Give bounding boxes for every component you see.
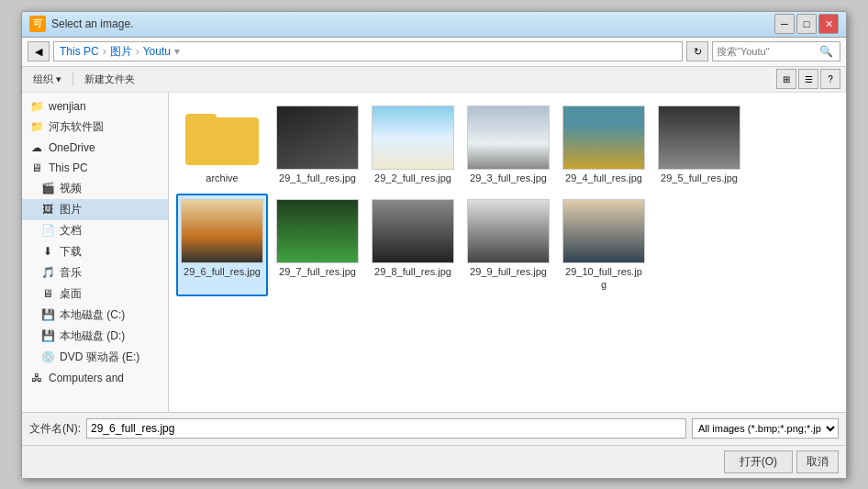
network-icon: 🖧 xyxy=(29,371,44,385)
sidebar-item-label: 音乐 xyxy=(60,265,82,281)
sidebar-item-thispc[interactable]: 🖥 This PC xyxy=(22,158,168,178)
file-item-29-3[interactable]: 29_3_full_res.jpg xyxy=(462,100,554,190)
file-name: 29_8_full_res.jpg xyxy=(374,265,451,278)
sidebar-item-label: 图片 xyxy=(60,202,82,217)
new-folder-button[interactable]: 新建文件夹 xyxy=(79,71,140,88)
file-item-29-9[interactable]: 29_9_full_res.jpg xyxy=(462,194,554,297)
maximize-button[interactable]: □ xyxy=(796,14,817,34)
file-name: 29_6_full_res.jpg xyxy=(184,265,261,278)
desktop-icon: 🖥 xyxy=(40,286,55,301)
file-name: 29_3_full_res.jpg xyxy=(470,172,547,184)
pc-icon: 🖥 xyxy=(29,161,44,175)
sidebar-item-label: OneDrive xyxy=(49,141,95,154)
sidebar-item-pictures[interactable]: 🖼 图片 xyxy=(22,199,168,220)
filename-bar: 文件名(N): All images (*.bmp;*.png;*.jpg ▾ xyxy=(22,412,846,445)
image-thumbnail xyxy=(562,106,645,170)
cancel-button[interactable]: 取消 xyxy=(796,450,839,473)
filetype-select[interactable]: All images (*.bmp;*.png;*.jpg ▾ xyxy=(692,418,839,439)
folder-icon: 📁 xyxy=(29,99,44,114)
folder-thumbnail xyxy=(181,106,263,170)
file-name: 29_9_full_res.jpg xyxy=(470,265,547,278)
view-buttons: ⊞ ☰ ? xyxy=(776,69,840,89)
organize-button[interactable]: 组织 ▾ xyxy=(28,71,67,88)
docs-icon: 📄 xyxy=(40,223,55,238)
breadcrumb-pictures[interactable]: 图片 xyxy=(110,44,132,60)
search-box: 🔍 xyxy=(712,41,840,61)
sidebar-item-label: 河东软件圆 xyxy=(49,119,104,135)
close-button[interactable]: ✕ xyxy=(818,14,839,34)
folder-icon: 📁 xyxy=(29,119,44,134)
file-area: archive 29_1_full_res.jpg 29_2_full_res.… xyxy=(169,93,846,412)
file-item-29-1[interactable]: 29_1_full_res.jpg xyxy=(272,100,363,190)
main-area: 📁 wenjian 📁 河东软件圆 ☁ OneDrive 🖥 This PC 🎬… xyxy=(22,93,846,412)
action-buttons: 打开(O) 取消 xyxy=(22,445,846,478)
sidebar-item-desktop[interactable]: 🖥 桌面 xyxy=(22,283,168,305)
file-item-29-8[interactable]: 29_8_full_res.jpg xyxy=(367,194,459,297)
sidebar-item-label: wenjian xyxy=(49,100,86,113)
sidebar-item-label: DVD 驱动器 (E:) xyxy=(60,350,139,365)
view-list-button[interactable]: ☰ xyxy=(798,69,818,89)
app-icon: 可 xyxy=(29,16,46,32)
image-thumbnail xyxy=(562,199,645,263)
dialog-title: Select an image. xyxy=(51,17,133,30)
dvd-icon: 💿 xyxy=(40,350,55,364)
sidebar-item-network[interactable]: 🖧 Computers and xyxy=(22,368,168,388)
open-button[interactable]: 打开(O) xyxy=(724,450,793,473)
refresh-button[interactable]: ↻ xyxy=(686,41,708,61)
file-item-29-2[interactable]: 29_2_full_res.jpg xyxy=(367,100,459,190)
nav-back-button[interactable]: ◀ xyxy=(28,41,50,61)
file-name: 29_1_full_res.jpg xyxy=(279,172,356,184)
big-folder-icon xyxy=(185,110,259,165)
breadcrumb-thispc[interactable]: This PC xyxy=(60,45,99,58)
toolbar-separator xyxy=(72,72,73,86)
sidebar-item-wenjian[interactable]: 📁 wenjian xyxy=(22,96,168,117)
sidebar-item-label: 本地磁盘 (C:) xyxy=(60,307,125,323)
file-name: 29_7_full_res.jpg xyxy=(279,265,356,278)
filename-label: 文件名(N): xyxy=(29,421,81,437)
image-thumbnail xyxy=(658,106,740,170)
file-item-29-7[interactable]: 29_7_full_res.jpg xyxy=(272,194,363,297)
file-name: 29_10_full_res.jpg xyxy=(563,265,644,292)
address-bar: ◀ This PC › 图片 › Youtu ▾ ↻ 🔍 xyxy=(22,38,846,67)
image-thumbnail xyxy=(276,199,359,263)
image-thumbnail xyxy=(467,199,550,263)
sidebar: 📁 wenjian 📁 河东软件圆 ☁ OneDrive 🖥 This PC 🎬… xyxy=(22,93,169,412)
sidebar-item-drive-d[interactable]: 💾 本地磁盘 (D:) xyxy=(22,326,168,347)
file-item-29-10[interactable]: 29_10_full_res.jpg xyxy=(558,194,650,297)
sidebar-item-onedrive[interactable]: ☁ OneDrive xyxy=(22,138,168,158)
minimize-button[interactable]: ─ xyxy=(774,14,795,34)
search-input[interactable] xyxy=(717,46,818,57)
breadcrumb-path[interactable]: This PC › 图片 › Youtu ▾ xyxy=(53,41,683,61)
file-dialog: 可 Select an image. ─ □ ✕ ◀ This PC › 图片 … xyxy=(21,11,847,479)
sidebar-item-docs[interactable]: 📄 文档 xyxy=(22,220,168,241)
image-thumbnail xyxy=(276,106,359,170)
help-button[interactable]: ? xyxy=(820,69,840,89)
title-bar-left: 可 Select an image. xyxy=(29,16,133,32)
sidebar-item-drive-c[interactable]: 💾 本地磁盘 (C:) xyxy=(22,305,168,326)
sidebar-item-music[interactable]: 🎵 音乐 xyxy=(22,262,168,283)
file-item-29-5[interactable]: 29_5_full_res.jpg xyxy=(653,100,745,190)
file-name: archive xyxy=(206,172,238,184)
image-thumbnail xyxy=(372,106,454,170)
pictures-icon: 🖼 xyxy=(40,202,55,217)
file-name: 29_4_full_res.jpg xyxy=(565,172,642,184)
sidebar-item-label: 视频 xyxy=(60,181,82,196)
sidebar-item-label: Computers and xyxy=(49,372,124,384)
image-thumbnail xyxy=(372,199,454,263)
sidebar-item-label: 下载 xyxy=(60,244,82,260)
breadcrumb-youtu[interactable]: Youtu xyxy=(143,45,171,58)
sidebar-item-video[interactable]: 🎬 视频 xyxy=(22,178,168,199)
file-item-29-4[interactable]: 29_4_full_res.jpg xyxy=(558,100,650,190)
sidebar-item-label: 本地磁盘 (D:) xyxy=(60,328,125,344)
file-item-29-6[interactable]: 29_6_full_res.jpg xyxy=(176,194,268,297)
sidebar-item-dvd[interactable]: 💿 DVD 驱动器 (E:) xyxy=(22,347,168,368)
file-name: 29_2_full_res.jpg xyxy=(374,172,451,184)
sidebar-item-label: 桌面 xyxy=(60,286,82,302)
sidebar-item-hedong[interactable]: 📁 河东软件圆 xyxy=(22,117,168,138)
filename-input[interactable] xyxy=(86,418,686,439)
image-thumbnail xyxy=(467,106,550,170)
sidebar-item-downloads[interactable]: ⬇ 下载 xyxy=(22,241,168,262)
file-item-archive[interactable]: archive xyxy=(176,100,268,190)
drive-icon: 💾 xyxy=(40,307,55,322)
view-grid-button[interactable]: ⊞ xyxy=(776,69,796,89)
